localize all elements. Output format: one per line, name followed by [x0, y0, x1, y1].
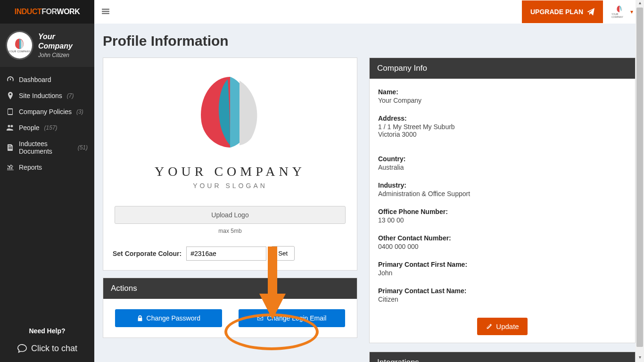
pin-icon [7, 92, 14, 99]
avatar: YOUR COMPANY [6, 31, 33, 60]
sidebar: INDUCTFOR WORK YOUR COMPANY Your Company… [0, 0, 94, 362]
info-row: Other Contact Number:0400 000 000 [378, 231, 627, 258]
info-label: Country: [378, 155, 627, 163]
need-help-label: Need Help? [0, 323, 94, 338]
change-email-label: Change Login Email [267, 314, 326, 322]
info-value: 1 / 1 My Street My Suburb Victoria 3000 [378, 123, 455, 138]
colour-label: Set Corporate Colour: [113, 250, 182, 257]
info-row: Primary Contact First Name:John [378, 258, 627, 284]
chevron-down-icon: ▾ [630, 8, 633, 15]
info-value: Australia [378, 164, 404, 171]
content: Profile Information YOUR COM [94, 24, 644, 362]
scroll-thumb[interactable] [636, 8, 643, 347]
sidebar-item-site-inductions[interactable]: Site Inductions(7) [0, 88, 94, 104]
info-value: Citizen [378, 296, 398, 303]
sidebar-item-count: (157) [44, 124, 58, 131]
sidebar-item-reports[interactable]: Reports [0, 159, 94, 175]
sidebar-item-count: (3) [76, 108, 83, 115]
dashboard-icon [7, 76, 14, 83]
topbar: UPGRADE PLAN YOUR COMPANY ▾ [94, 0, 644, 24]
scroll-up-icon[interactable]: ▴ [636, 0, 644, 8]
company-info-body: Name:Your Company Address:1 / 1 My Stree… [370, 79, 635, 343]
brand-part1: INDUCT [15, 8, 41, 16]
actions-header: Actions [103, 278, 357, 299]
upload-logo-button[interactable]: Upload Logo [115, 206, 346, 224]
sidebar-item-label: People [19, 124, 40, 132]
sidebar-item-label: Inductees Documents [19, 140, 73, 155]
corporate-colour-input[interactable] [186, 247, 266, 261]
info-row: Office Phone Number:13 00 00 [378, 205, 627, 231]
integrations-header: Integrations [370, 352, 635, 362]
change-login-email-button[interactable]: Change Login Email [239, 309, 346, 327]
menu-toggle[interactable] [101, 7, 110, 17]
info-row: Primary Contact Last Name:Citizen [378, 284, 627, 311]
company-info-header: Company Info [370, 58, 635, 79]
sidebar-item-people[interactable]: People(157) [0, 120, 94, 136]
paper-plane-icon [587, 8, 594, 16]
info-value: 0400 000 000 [378, 243, 419, 250]
chat-label: Click to chat [31, 344, 77, 354]
info-label: Name: [378, 88, 627, 96]
actions-card: Actions Change Password Change Login Ema… [103, 278, 357, 338]
info-row: Industry:Administration & Office Support [378, 179, 627, 205]
sidebar-item-label: Company Policies [19, 108, 72, 115]
sidebar-item-label: Reports [19, 164, 42, 171]
upgrade-plan-button[interactable]: UPGRADE PLAN [522, 0, 603, 23]
info-value: 13 00 00 [378, 216, 404, 224]
info-label: Primary Contact Last Name: [378, 287, 627, 295]
logo-company-text: YOUR COMPANY [155, 164, 305, 179]
info-label: Primary Contact First Name: [378, 261, 627, 268]
brand-logo: INDUCTFOR WORK [0, 0, 94, 24]
set-colour-button[interactable]: Set [271, 246, 295, 261]
company-logo-large [178, 72, 282, 154]
sidebar-company: Your Company [38, 32, 89, 50]
sidebar-item-label: Dashboard [19, 76, 51, 83]
pencil-icon [486, 323, 492, 330]
upgrade-label: UPGRADE PLAN [530, 8, 583, 16]
company-logo-small: YOUR COMPANY [611, 4, 627, 20]
info-label: Office Phone Number: [378, 208, 627, 215]
info-row: Country:Australia [378, 152, 627, 179]
logo-slogan-text: YOUR SLOGAN [193, 182, 267, 189]
envelope-icon [257, 315, 264, 321]
brand-part3: WORK [57, 8, 80, 16]
sidebar-item-label: Site Inductions [19, 92, 62, 99]
info-label: Other Contact Number: [378, 234, 627, 242]
sidebar-nav: Dashboard Site Inductions(7) Company Pol… [0, 67, 94, 323]
info-label: Industry: [378, 181, 627, 189]
company-info-card: Company Info Name:Your Company Address:1… [369, 58, 636, 343]
info-value: John [378, 269, 392, 277]
scrollbar[interactable]: ▴ ▾ [636, 0, 644, 362]
info-label: Address: [378, 115, 627, 122]
change-password-label: Change Password [147, 314, 200, 322]
change-password-button[interactable]: Change Password [115, 309, 222, 327]
integrations-card: Integrations [369, 352, 636, 362]
info-row: Address:1 / 1 My Street My Suburb Victor… [378, 112, 627, 146]
chart-icon [7, 164, 14, 171]
people-icon [7, 124, 14, 132]
document-icon [7, 144, 14, 151]
update-button[interactable]: Update [477, 318, 527, 335]
main-area: UPGRADE PLAN YOUR COMPANY ▾ Profile Info… [94, 0, 644, 362]
sidebar-profile[interactable]: YOUR COMPANY Your Company John Citizen [0, 24, 94, 67]
scroll-down-icon[interactable]: ▾ [636, 354, 644, 362]
sidebar-item-count: (51) [78, 144, 88, 151]
brand-part2: FOR [41, 8, 57, 16]
update-label: Update [496, 322, 519, 330]
sidebar-item-dashboard[interactable]: Dashboard [0, 72, 94, 88]
sidebar-item-count: (7) [67, 92, 74, 99]
lock-icon [137, 315, 143, 321]
info-value: Your Company [378, 97, 421, 104]
chat-icon [17, 343, 27, 354]
account-menu[interactable]: YOUR COMPANY ▾ [608, 4, 637, 20]
logo-card: YOUR COMPANY YOUR SLOGAN Upload Logo max… [103, 58, 357, 271]
sidebar-item-inductees-documents[interactable]: Inductees Documents(51) [0, 136, 94, 159]
sidebar-user: John Citizen [38, 52, 89, 58]
info-row: Name:Your Company [378, 85, 627, 112]
info-value: Administration & Office Support [378, 190, 470, 197]
upload-note: max 5mb [218, 228, 241, 234]
sidebar-item-company-policies[interactable]: Company Policies(3) [0, 104, 94, 120]
page-title: Profile Information [103, 33, 636, 49]
book-icon [7, 108, 14, 115]
click-to-chat[interactable]: Click to chat [0, 338, 94, 362]
